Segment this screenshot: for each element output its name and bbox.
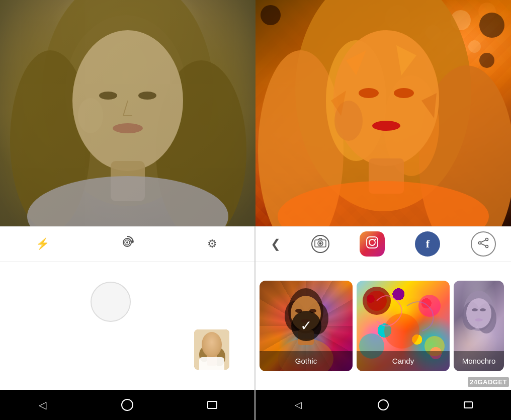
svg-line-51 bbox=[481, 243, 485, 245]
svg-point-49 bbox=[485, 245, 488, 247]
facebook-button[interactable]: f bbox=[415, 231, 440, 257]
recent-icon bbox=[207, 401, 217, 409]
right-stylized-photo bbox=[256, 0, 511, 226]
right-recent-button[interactable] bbox=[458, 395, 478, 415]
svg-point-70 bbox=[466, 298, 491, 328]
gothic-filter-label: Gothic bbox=[260, 351, 353, 371]
instagram-icon bbox=[366, 236, 379, 252]
svg-point-47 bbox=[485, 238, 488, 240]
left-home-button[interactable] bbox=[117, 395, 137, 415]
right-recent-icon bbox=[464, 401, 473, 408]
svg-point-72 bbox=[480, 308, 486, 311]
svg-point-73 bbox=[475, 318, 483, 321]
selected-checkmark: ✓ bbox=[291, 311, 321, 341]
svg-point-39 bbox=[479, 13, 504, 38]
svg-point-46 bbox=[374, 239, 376, 240]
app-watermark: 24GADGET bbox=[468, 377, 509, 387]
back-arrow-icon: ◁ bbox=[39, 399, 46, 411]
left-phone: ⚡ ⚙ bbox=[0, 0, 256, 420]
candy-filter-label: Candy bbox=[357, 351, 450, 371]
thumbnail-svg bbox=[194, 329, 229, 370]
svg-point-64 bbox=[384, 313, 419, 349]
left-portrait-svg bbox=[0, 0, 256, 226]
right-portrait-svg bbox=[256, 0, 511, 226]
filter-strip: ✓ Gothic bbox=[256, 262, 511, 390]
share-button[interactable] bbox=[471, 231, 496, 257]
monochrome-thumbnail: Monochro bbox=[454, 281, 504, 371]
check-icon: ✓ bbox=[300, 317, 312, 334]
left-recent-button[interactable] bbox=[202, 395, 222, 415]
right-home-icon bbox=[378, 399, 389, 410]
svg-point-14 bbox=[126, 241, 128, 243]
rotate-camera-button[interactable] bbox=[117, 234, 137, 254]
right-home-button[interactable] bbox=[373, 395, 393, 415]
bolt-button[interactable]: ⚡ bbox=[32, 234, 52, 254]
svg-point-32 bbox=[372, 121, 400, 131]
svg-rect-10 bbox=[0, 0, 256, 226]
svg-point-43 bbox=[319, 242, 321, 244]
svg-point-16 bbox=[204, 332, 219, 352]
right-back-button[interactable]: ◁ bbox=[288, 395, 308, 415]
bolt-icon: ⚡ bbox=[36, 237, 49, 250]
left-back-button[interactable]: ◁ bbox=[32, 395, 52, 415]
camera-button[interactable] bbox=[311, 235, 329, 253]
right-phone: ❮ bbox=[256, 0, 511, 420]
svg-point-27 bbox=[333, 30, 439, 166]
left-toolbar: ⚡ ⚙ bbox=[0, 226, 254, 262]
style-selector-circle[interactable] bbox=[91, 282, 131, 322]
svg-point-45 bbox=[369, 239, 375, 245]
right-toolbar: ❮ bbox=[256, 226, 511, 262]
facebook-icon: f bbox=[426, 237, 430, 250]
back-button[interactable]: ❮ bbox=[271, 237, 281, 251]
rotate-icon bbox=[119, 234, 135, 254]
gothic-thumbnail: ✓ Gothic bbox=[260, 281, 353, 371]
share-icon bbox=[478, 237, 489, 251]
monochrome-filter-label: Monochro bbox=[454, 351, 504, 371]
right-nav-bar: ◁ 24GADGET bbox=[256, 390, 511, 420]
svg-point-31 bbox=[394, 88, 414, 98]
candy-filter[interactable]: Candy bbox=[357, 281, 450, 371]
svg-point-63 bbox=[418, 295, 441, 317]
svg-point-48 bbox=[478, 241, 481, 244]
gothic-filter[interactable]: ✓ Gothic bbox=[260, 281, 353, 371]
instagram-button[interactable] bbox=[360, 231, 385, 257]
svg-point-71 bbox=[472, 308, 478, 311]
candy-thumbnail: Candy bbox=[357, 281, 450, 371]
chevron-left-icon: ❮ bbox=[271, 237, 281, 251]
thumbnail-preview[interactable] bbox=[194, 329, 229, 370]
monochrome-filter[interactable]: Monochro bbox=[454, 281, 504, 371]
home-icon bbox=[121, 399, 133, 411]
left-nav-bar: ◁ bbox=[0, 390, 254, 420]
left-bottom-panel bbox=[0, 262, 254, 390]
left-original-photo bbox=[0, 0, 256, 226]
svg-line-50 bbox=[481, 240, 485, 242]
svg-rect-20 bbox=[199, 357, 224, 370]
settings-button[interactable]: ⚙ bbox=[202, 234, 222, 254]
gear-icon: ⚙ bbox=[207, 237, 217, 250]
svg-point-40 bbox=[479, 53, 494, 68]
svg-point-38 bbox=[261, 5, 281, 25]
svg-rect-44 bbox=[367, 237, 378, 248]
camera-icon bbox=[314, 238, 326, 250]
svg-point-30 bbox=[359, 88, 379, 98]
right-back-icon: ◁ bbox=[295, 399, 302, 410]
